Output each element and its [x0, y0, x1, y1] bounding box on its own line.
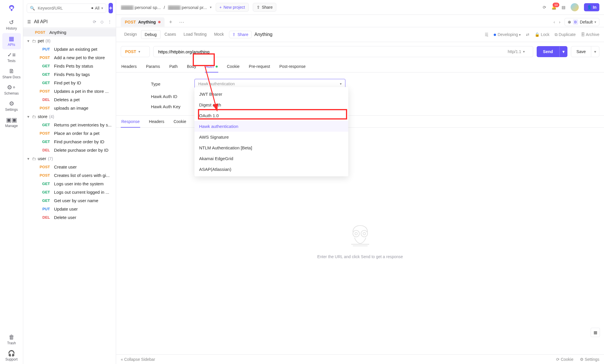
auth-option[interactable]: Digest auth [194, 99, 348, 110]
rail-item-schemas[interactable]: ⚙∘Schemas [2, 82, 21, 98]
tree-api-item[interactable]: POSTUpdates a pet in the store ... [23, 87, 116, 95]
request-tab[interactable]: POST Anything [121, 17, 165, 27]
tree-action-icon[interactable]: ◇ [100, 19, 104, 24]
tree-api-item[interactable]: DELDeletes a pet [23, 95, 116, 104]
request-tab-post-response[interactable]: Post-response [279, 61, 306, 72]
tree-more-icon[interactable]: ⋮ [108, 19, 112, 24]
avatar[interactable] [571, 3, 579, 11]
notifications-icon[interactable]: 🔔10 [551, 5, 556, 10]
auth-option[interactable]: NTLM Authentication [Beta] [194, 142, 348, 153]
request-tab-pre-request[interactable]: Pre-request [248, 61, 271, 72]
tree-folder-user[interactable]: ▾🗀user (7) [23, 154, 116, 163]
url-input[interactable] [158, 49, 504, 55]
tree-api-item[interactable]: POSTCreate user [23, 163, 116, 171]
panel-icon[interactable]: ▤ [562, 5, 565, 10]
tree-api-item[interactable]: POSTCreates list of users with gi... [23, 171, 116, 180]
request-tab-params[interactable]: Params [145, 61, 161, 72]
tree-api-item[interactable]: GETLogs out current logged in ... [23, 188, 116, 196]
tree-folder-pet[interactable]: ▾🗀pet (8) [23, 37, 116, 45]
toolbar-tab-mock[interactable]: Mock [211, 30, 227, 39]
rail-icon: ⚙∘ [7, 84, 16, 90]
tab-prev-icon[interactable]: ‹ [553, 20, 555, 24]
request-tab-body[interactable]: Body [186, 61, 197, 72]
refresh-icon[interactable]: ⟳ [93, 19, 96, 24]
invite-button[interactable]: 👤 In [584, 3, 599, 11]
environment-selector[interactable]: ⊕ D Default ▾ [565, 18, 599, 26]
duplicate-button[interactable]: ⧉ Duplicate [555, 32, 576, 37]
save-dropdown-icon[interactable]: ▾ [591, 46, 599, 57]
collapse-sidebar-button[interactable]: « Collapse Sidebar [121, 357, 155, 362]
protocol-selector[interactable]: http/1.1▾ [504, 49, 529, 54]
toolbar-tab-cases[interactable]: Cases [161, 30, 180, 39]
footer-cookie-button[interactable]: ⟳ Cookie [556, 357, 573, 362]
send-dropdown-icon[interactable]: ▾ [559, 46, 567, 57]
request-tab-headers[interactable]: Headers [121, 61, 137, 72]
tree-api-item[interactable]: GETFind pet by ID [23, 79, 116, 87]
rail-item-support[interactable]: 🎧Support [2, 348, 21, 364]
search-scope-all[interactable]: All▾ [91, 6, 103, 10]
rail-item-apis[interactable]: ▦APIs [2, 33, 21, 49]
save-button[interactable]: Save▾ [571, 46, 599, 57]
rail-item-tests[interactable]: ✓≡Tests [2, 49, 21, 66]
tree-api-item[interactable]: DELDelete purchase order by ID [23, 146, 116, 154]
tree-api-item[interactable]: PUTUpdate user [23, 205, 116, 213]
share-project-button[interactable]: ⇪Share [253, 3, 276, 12]
request-name[interactable]: Anything [255, 32, 273, 37]
tab-more-button[interactable]: ⋯ [177, 17, 187, 27]
toolbar-tab-debug[interactable]: Debug [141, 30, 161, 39]
tree-api-item[interactable]: PUTUpdate an existing pet [23, 45, 116, 53]
send-button[interactable]: Send▾ [537, 46, 567, 57]
tree-api-item[interactable]: GETFind purchase order by ID [23, 137, 116, 146]
footer-settings-button[interactable]: ⚙ Settings [580, 357, 599, 362]
rail-item-share-docs[interactable]: 🗎Share Docs [2, 66, 21, 82]
url-input-wrapper[interactable]: http/1.1▾ [153, 46, 533, 57]
auth-option[interactable]: ASAP(Atlassian) [194, 164, 348, 175]
response-tab-response[interactable]: Response [121, 116, 140, 127]
new-project-button[interactable]: +New project [216, 3, 249, 12]
auth-option[interactable]: JWT Bearer [194, 89, 348, 99]
tree-api-item[interactable]: GETFinds Pets by tags [23, 70, 116, 79]
rail-item-manage[interactable]: ▣▣Manage [2, 114, 21, 131]
response-tab-cookie[interactable]: Cookie [173, 116, 187, 127]
request-tab-cookie[interactable]: Cookie [226, 61, 240, 72]
request-tab-auth[interactable]: Auth [205, 61, 218, 72]
toolbar-tab-load-testing[interactable]: Load Testing [180, 30, 210, 39]
add-api-button[interactable]: + [109, 3, 113, 13]
status-selector[interactable]: Developing ▾ [494, 32, 521, 37]
method-selector[interactable]: POST▾ [121, 46, 150, 57]
sync-icon[interactable]: ⟳ [543, 5, 546, 10]
tab-next-icon[interactable]: › [559, 20, 560, 24]
group-icon[interactable]: ⇄ [526, 32, 529, 37]
tab-add-button[interactable]: + [167, 17, 175, 27]
tree-api-item[interactable]: GETLogs user into the system [23, 180, 116, 188]
share-request-button[interactable]: ⇪Share [229, 31, 251, 38]
rail-item-history[interactable]: ↺History [2, 17, 21, 33]
tree-api-item[interactable]: POSTPlace an order for a pet [23, 129, 116, 137]
tree-api-item[interactable]: GETFinds Pets by status [23, 62, 116, 70]
archive-button[interactable]: 🗄 Archive [581, 32, 599, 37]
tree-api-item[interactable]: POSTAnything [23, 28, 116, 37]
response-tab-headers[interactable]: Headers [148, 116, 165, 127]
rail-item-settings[interactable]: ⚙Settings [2, 98, 21, 114]
format-icon[interactable]: ☰̤ [485, 32, 488, 37]
layout-toggle-icon[interactable]: ▦ [591, 328, 600, 337]
search-input[interactable] [37, 6, 89, 11]
tree-api-item[interactable]: POSTuploads an image [23, 104, 116, 112]
tree-folder-store[interactable]: ▾🗀store (4) [23, 112, 116, 121]
all-api-label[interactable]: All API [34, 19, 90, 24]
toolbar-tab-design[interactable]: Design [121, 30, 140, 39]
request-tab-path[interactable]: Path [169, 61, 178, 72]
auth-option[interactable]: Hawk authentication [194, 121, 348, 132]
tree-api-item[interactable]: POSTAdd a new pet to the store [23, 53, 116, 62]
search-input-wrapper[interactable]: 🔍 All▾ [27, 3, 106, 13]
tree-api-item[interactable]: DELDelete user [23, 213, 116, 222]
breadcrumb[interactable]: ▓▓▓▓ personal sp... / ▓▓▓▓ personal pr..… [121, 5, 212, 10]
auth-option[interactable]: AWS Signature [194, 132, 348, 142]
auth-option[interactable]: Akamai EdgeGrid [194, 153, 348, 164]
tree-api-item[interactable]: GETReturns pet inventories by s... [23, 121, 116, 129]
lock-button[interactable]: 🔒 Lock [535, 32, 549, 37]
rail-item-trash[interactable]: 🗑Trash [2, 332, 21, 348]
auth-option[interactable]: OAuth 1.0 [194, 110, 348, 121]
tree-api-item[interactable]: GETGet user by user name [23, 196, 116, 205]
svg-point-3 [363, 232, 365, 235]
